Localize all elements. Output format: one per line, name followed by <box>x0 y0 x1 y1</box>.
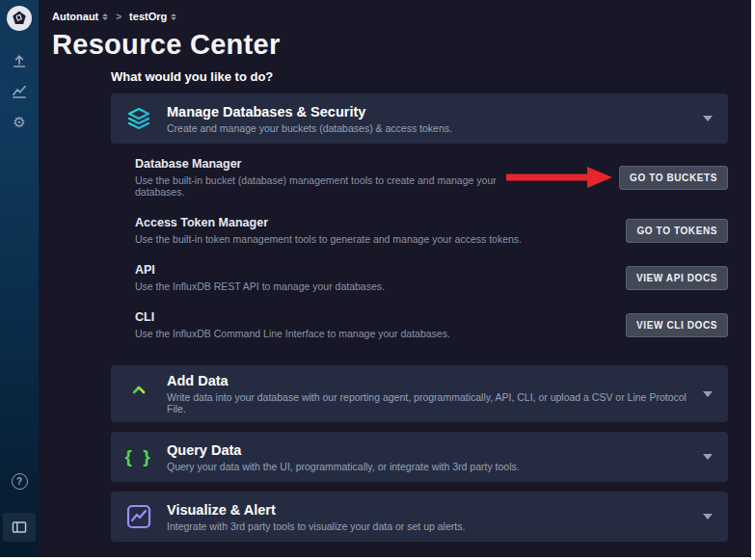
graphs-icon[interactable] <box>0 79 39 104</box>
chevron-down-icon[interactable] <box>703 116 713 121</box>
panel-titles: Visualize & Alert Integrate with 3rd par… <box>167 502 691 532</box>
panel-titles: Manage Databases & Security Create and m… <box>167 104 691 134</box>
resource-item-description: Use the built-in token management tools … <box>135 233 626 245</box>
panel-description: Write data into your database with our r… <box>167 391 691 414</box>
panel-header-add-data[interactable]: Add Data Write data into your database w… <box>111 365 728 422</box>
settings-icon[interactable]: ⚙ <box>0 110 39 135</box>
breadcrumb-org-label: Autonaut <box>52 11 98 22</box>
resource-item-texts: Access Token Manager Use the built-in to… <box>135 216 626 245</box>
go-to-buckets-button[interactable]: GO TO BUCKETS <box>619 166 728 190</box>
influxdb-logo[interactable] <box>7 6 32 31</box>
content-subtitle: What would you like to do? <box>111 69 728 84</box>
panel-title: Visualize & Alert <box>167 502 691 518</box>
panel-header-query-data[interactable]: { } Query Data Query your data with the … <box>111 432 728 482</box>
chevron-down-icon[interactable] <box>703 391 713 397</box>
curly-braces-icon: { } <box>111 446 167 467</box>
panel-description: Create and manage your buckets (database… <box>167 122 691 134</box>
resource-center-content: What would you like to do? <box>111 69 728 542</box>
resource-item-title: API <box>135 263 626 277</box>
main-content: Autonaut > testOrg Resource Center What … <box>39 0 751 557</box>
sort-carets-icon <box>102 13 108 20</box>
help-icon[interactable]: ? <box>0 468 39 493</box>
panel-title: Add Data <box>167 373 691 388</box>
sidebar-bottom: ? <box>0 468 39 547</box>
view-api-docs-button[interactable]: VIEW API DOCS <box>626 266 728 290</box>
panel-visualize-alert: Visualize & Alert Integrate with 3rd par… <box>111 492 728 542</box>
resource-item-title: Database Manager <box>135 157 504 171</box>
panel-description: Query your data with the UI, programmati… <box>167 461 691 472</box>
panel-titles: Add Data Write data into your database w… <box>167 373 691 414</box>
panel-add-data: Add Data Write data into your database w… <box>111 365 728 422</box>
influxdb-app: ⚙ ? Autonaut > <box>0 0 751 557</box>
go-to-tokens-button[interactable]: GO TO TOKENS <box>626 219 728 243</box>
resource-item-description: Use the built-in bucket (database) manag… <box>135 174 504 198</box>
panel-toggle-icon[interactable] <box>3 513 36 542</box>
chevron-down-icon[interactable] <box>703 514 713 520</box>
page-title: Resource Center <box>52 29 742 61</box>
resource-item-description: Use the InfluxDB Command Line Interface … <box>135 328 626 339</box>
breadcrumb-separator: > <box>116 12 121 22</box>
question-mark-icon: ? <box>12 473 28 490</box>
resource-item-access-token-manager: Access Token Manager Use the built-in to… <box>135 210 728 251</box>
breadcrumb-workspace[interactable]: testOrg <box>129 11 176 22</box>
sort-carets-icon <box>171 13 176 20</box>
resource-item-texts: Database Manager Use the built-in bucket… <box>135 157 504 198</box>
resource-item-title: Access Token Manager <box>135 216 626 229</box>
resource-item-texts: CLI Use the InfluxDB Command Line Interf… <box>135 310 626 339</box>
panel-header-manage-databases-security[interactable]: Manage Databases & Security Create and m… <box>111 93 728 144</box>
resource-item-cli: CLI Use the InfluxDB Command Line Interf… <box>135 305 728 345</box>
panel-title: Query Data <box>167 442 691 458</box>
panel-body-manage-databases-security: Database Manager Use the built-in bucket… <box>111 144 728 356</box>
panel-header-visualize-alert[interactable]: Visualize & Alert Integrate with 3rd par… <box>111 492 728 542</box>
breadcrumb-org[interactable]: Autonaut <box>52 11 108 22</box>
screenshot-frame: ⚙ ? Autonaut > <box>0 0 755 560</box>
sidebar: ⚙ ? <box>0 0 39 557</box>
red-arrow-annotation <box>504 166 612 189</box>
upload-icon <box>111 383 167 406</box>
panel-description: Integrate with 3rd party tools to visual… <box>167 520 691 532</box>
line-chart-icon <box>111 504 167 529</box>
resource-item-texts: API Use the InfluxDB REST API to manage … <box>135 263 626 292</box>
resource-item-description: Use the InfluxDB REST API to manage your… <box>135 280 626 292</box>
upload-icon[interactable] <box>0 48 39 73</box>
panel-titles: Query Data Query your data with the UI, … <box>167 442 691 472</box>
resource-item-title: CLI <box>135 310 626 324</box>
chevron-down-icon[interactable] <box>703 454 713 460</box>
resource-item-api: API Use the InfluxDB REST API to manage … <box>135 257 728 298</box>
breadcrumb: Autonaut > testOrg <box>52 9 742 24</box>
resource-item-database-manager: Database Manager Use the built-in bucket… <box>135 151 728 203</box>
panel-manage-databases-security: Manage Databases & Security Create and m… <box>111 93 728 356</box>
breadcrumb-workspace-label: testOrg <box>129 11 167 22</box>
panel-query-data: { } Query Data Query your data with the … <box>111 432 728 482</box>
view-cli-docs-button[interactable]: VIEW CLI DOCS <box>626 313 728 337</box>
panel-title: Manage Databases & Security <box>167 104 691 120</box>
buckets-layers-icon <box>111 106 167 131</box>
